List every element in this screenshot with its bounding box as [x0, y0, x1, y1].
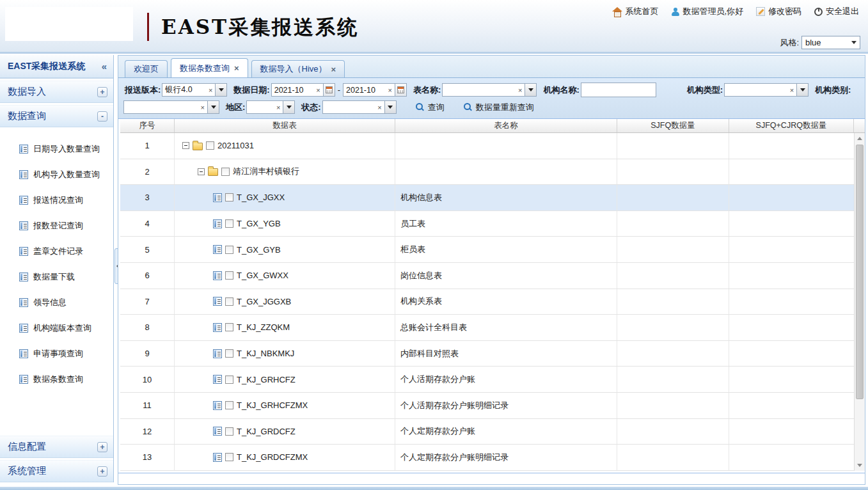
- row-checkbox[interactable]: [225, 219, 233, 228]
- row-checkbox[interactable]: [225, 427, 233, 436]
- table-row[interactable]: 9 T_KJ_NBKMKJ 内部科目对照表: [120, 341, 865, 367]
- date-from-field[interactable]: 2021-10 ×: [271, 83, 335, 97]
- calendar-button[interactable]: [323, 84, 335, 96]
- org-class-combo[interactable]: ×: [123, 100, 219, 114]
- sidebar-item-record-count-query[interactable]: 数据条数查询: [0, 367, 113, 392]
- row-checkbox[interactable]: [206, 141, 214, 150]
- scroll-down-button[interactable]: [855, 461, 865, 471]
- combo-arrow-button[interactable]: [215, 84, 226, 96]
- row-checkbox[interactable]: [221, 168, 230, 176]
- query-button[interactable]: 查询: [416, 102, 445, 113]
- status-combo[interactable]: ×: [322, 100, 397, 114]
- sidebar-section-info-config[interactable]: 信息配置 +: [0, 436, 113, 458]
- tab-record-count-query[interactable]: 数据条数查询 ×: [171, 58, 248, 77]
- date-to-field[interactable]: 2021-10 ×: [343, 83, 407, 97]
- list-icon: [19, 145, 28, 154]
- sidebar-item-date-import-count[interactable]: 日期导入数量查询: [0, 136, 113, 162]
- column-header-name[interactable]: 表名称: [395, 119, 617, 132]
- table-name-combo[interactable]: ×: [442, 83, 537, 97]
- sidebar-item-report-status[interactable]: 报送情况查询: [0, 187, 113, 213]
- tree-node-label: 靖江润丰村镇银行: [233, 166, 299, 177]
- combo-arrow-button[interactable]: [384, 101, 396, 113]
- table-row[interactable]: 8 T_KJ_ZZQKM 总账会计全科目表: [120, 315, 865, 341]
- clear-icon[interactable]: ×: [198, 104, 207, 111]
- region-combo[interactable]: ×: [246, 100, 295, 114]
- plus-icon[interactable]: +: [97, 466, 107, 477]
- sidebar-item-leader-info[interactable]: 领导信息: [0, 290, 113, 315]
- sidebar-item-data-volume-download[interactable]: 数据量下载: [0, 264, 113, 290]
- home-icon: [612, 8, 622, 16]
- home-link[interactable]: 系统首页: [612, 6, 658, 17]
- table-row[interactable]: 2 靖江润丰村镇银行: [120, 159, 865, 186]
- row-seq: 11: [120, 393, 175, 418]
- table-row[interactable]: 7 T_GX_JGGXB 机构关系表: [120, 289, 865, 315]
- column-header-seq[interactable]: 序号: [120, 119, 175, 132]
- clear-icon[interactable]: ×: [206, 86, 215, 94]
- logout-link[interactable]: 安全退出: [814, 6, 859, 17]
- table-row[interactable]: 12 T_KJ_GRDCFZ 个人定期存款分户账: [120, 419, 865, 445]
- sidebar-item-label: 报送情况查询: [33, 194, 83, 206]
- table-row-selected[interactable]: 3 T_GX_JGXX 机构信息表: [120, 185, 865, 211]
- row-sjfq: [617, 315, 729, 340]
- clear-icon[interactable]: ×: [375, 104, 384, 111]
- sidebar-item-report-register[interactable]: 报数登记查询: [0, 213, 113, 239]
- row-checkbox[interactable]: [225, 453, 233, 461]
- column-header-sjfq-cjrq[interactable]: SJFQ+CJRQ数据量: [729, 119, 854, 132]
- scroll-up-button[interactable]: [855, 133, 865, 143]
- table-row[interactable]: 4 T_GX_YGB 员工表: [120, 211, 865, 237]
- close-icon[interactable]: ×: [331, 65, 336, 74]
- table-row[interactable]: 6 T_GX_GWXX 岗位信息表: [120, 263, 865, 289]
- clear-icon[interactable]: ×: [274, 104, 283, 111]
- clear-icon[interactable]: ×: [787, 86, 796, 94]
- combo-arrow-button[interactable]: [525, 84, 536, 96]
- combo-arrow-button[interactable]: [796, 84, 808, 96]
- row-checkbox[interactable]: [225, 401, 233, 409]
- tab-welcome[interactable]: 欢迎页: [125, 60, 168, 77]
- table-row[interactable]: 5 T_GX_GYB 柜员表: [120, 237, 865, 263]
- row-checkbox[interactable]: [225, 271, 233, 280]
- column-header-sjfq[interactable]: SJFQ数据量: [617, 119, 729, 132]
- tree-collapse-icon[interactable]: [182, 142, 189, 149]
- org-name-input[interactable]: [581, 83, 656, 97]
- sidebar-item-sealed-files[interactable]: 盖章文件记录: [0, 239, 113, 264]
- table-row[interactable]: 1 20211031: [120, 133, 865, 159]
- tab-data-import-hive[interactable]: 数据导入（Hive） ×: [251, 60, 345, 77]
- sidebar-section-data-query[interactable]: 数据查询 -: [0, 105, 113, 127]
- requery-data-volume-button[interactable]: 数据量重新查询: [464, 102, 534, 113]
- sidebar-collapse-icon[interactable]: «: [102, 61, 107, 72]
- list-icon: [19, 298, 28, 307]
- clear-icon[interactable]: ×: [313, 86, 322, 94]
- vertical-scrollbar[interactable]: [854, 133, 865, 471]
- calendar-button[interactable]: [395, 84, 406, 96]
- row-checkbox[interactable]: [225, 349, 233, 358]
- sidebar-item-client-version-query[interactable]: 机构端版本查询: [0, 315, 113, 341]
- combo-arrow-button[interactable]: [207, 101, 219, 113]
- version-combo[interactable]: 银行4.0 ×: [162, 83, 227, 97]
- table-row[interactable]: 10 T_KJ_GRHCFZ 个人活期存款分户账: [120, 367, 865, 393]
- scrollbar-thumb[interactable]: [856, 145, 864, 399]
- table-row[interactable]: 11 T_KJ_GRHCFZMX 个人活期存款分户账明细记录: [120, 393, 865, 419]
- clear-icon[interactable]: ×: [516, 86, 525, 94]
- sidebar-section-system-admin[interactable]: 系统管理 +: [0, 460, 113, 482]
- sidebar-section-data-import[interactable]: 数据导入 +: [0, 81, 113, 103]
- org-type-combo[interactable]: ×: [724, 83, 809, 97]
- plus-icon[interactable]: +: [97, 442, 107, 452]
- change-password-link[interactable]: 修改密码: [756, 6, 801, 17]
- sidebar-item-application-query[interactable]: 申请事项查询: [0, 341, 113, 367]
- table-row[interactable]: 13 T_KJ_GRDCFZMX 个人定期存款分户账明细记录: [120, 445, 865, 471]
- tree-collapse-icon[interactable]: [198, 168, 205, 175]
- plus-icon[interactable]: +: [97, 87, 107, 97]
- row-checkbox[interactable]: [225, 193, 233, 202]
- row-checkbox[interactable]: [225, 246, 233, 254]
- sidebar-item-org-import-count[interactable]: 机构导入数量查询: [0, 162, 113, 187]
- style-select[interactable]: blue: [801, 36, 860, 49]
- close-icon[interactable]: ×: [234, 63, 239, 73]
- clear-icon[interactable]: ×: [386, 86, 395, 94]
- row-checkbox[interactable]: [225, 375, 233, 384]
- user-greeting[interactable]: 数据管理员,你好: [671, 6, 743, 17]
- row-checkbox[interactable]: [225, 323, 233, 331]
- column-header-table[interactable]: 数据表: [175, 119, 395, 132]
- minus-icon[interactable]: -: [97, 111, 107, 122]
- row-checkbox[interactable]: [225, 297, 233, 306]
- combo-arrow-button[interactable]: [283, 101, 294, 113]
